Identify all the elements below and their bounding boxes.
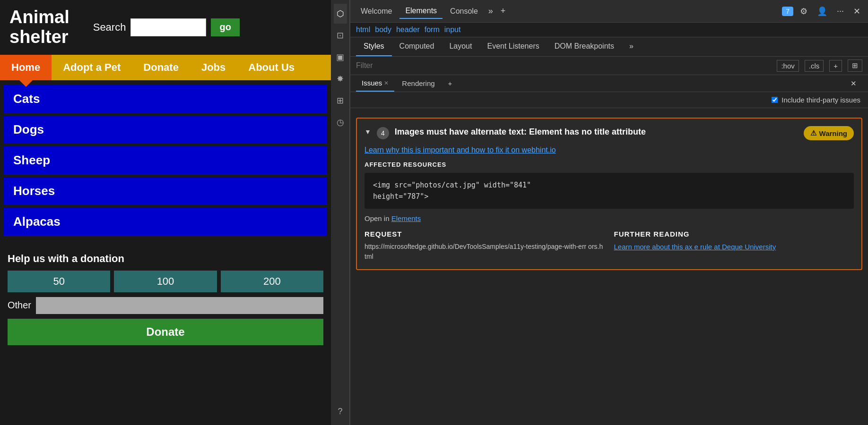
nav-item-about[interactable]: About Us: [237, 55, 306, 80]
bc-input[interactable]: input: [444, 26, 461, 34]
other-input[interactable]: [36, 297, 323, 314]
warning-badge: ⚠ Warning: [804, 126, 854, 140]
hov-button[interactable]: :hov: [777, 60, 799, 72]
code-block: <img src="photos/cat.jpg" width="841" he…: [365, 173, 854, 209]
amount-200[interactable]: 200: [221, 271, 323, 292]
bc-html[interactable]: html: [356, 26, 370, 34]
rendering-label: Rendering: [402, 79, 434, 87]
warning-label: Warning: [819, 129, 847, 137]
shelter-header: Animal shelter Search go: [0, 0, 331, 55]
settings-icon[interactable]: ⚙: [797, 4, 810, 18]
bc-header[interactable]: header: [396, 26, 420, 34]
issue-link[interactable]: Learn why this is important and how to f…: [365, 146, 854, 154]
code-content: <img src="photos/cat.jpg" width="841" he…: [373, 181, 531, 201]
animal-cats[interactable]: Cats: [4, 85, 327, 113]
nav-item-adopt[interactable]: Adopt a Pet: [52, 55, 132, 80]
animal-alpacas[interactable]: Alpacas: [4, 208, 327, 236]
third-party-checkbox[interactable]: [772, 97, 778, 103]
bottom-tabs-bar: Issues ✕ Rendering + ✕: [350, 75, 868, 92]
nav-item-home[interactable]: Home: [0, 55, 52, 80]
amount-100[interactable]: 100: [114, 271, 217, 292]
search-label: Search: [93, 21, 126, 34]
nav-item-jobs[interactable]: Jobs: [190, 55, 237, 80]
issue-title: Images must have alternate text: Element…: [395, 126, 646, 138]
subtab-dom-breakpoints[interactable]: DOM Breakpoints: [547, 37, 622, 56]
subtab-event-listeners[interactable]: Event Listeners: [479, 37, 547, 56]
elements-link[interactable]: Elements: [391, 214, 421, 222]
filter-bar: :hov .cls + ⊞: [350, 57, 868, 75]
request-label: REQUEST: [365, 230, 605, 238]
further-label: FURTHER READING: [614, 230, 854, 238]
issue-card: ▼ 4 Images must have alternate text: Ele…: [356, 118, 862, 270]
further-section: FURTHER READING Learn more about this ax…: [614, 230, 854, 262]
nav-item-donate[interactable]: Donate: [132, 55, 190, 80]
donate-button[interactable]: Donate: [8, 319, 323, 345]
add-style-button[interactable]: +: [829, 60, 842, 72]
bottom-tab-issues[interactable]: Issues ✕: [356, 75, 394, 92]
expand-button[interactable]: ▼: [365, 128, 371, 136]
go-button[interactable]: go: [211, 18, 239, 36]
request-section: REQUEST https://microsoftedge.github.io/…: [365, 230, 605, 262]
donation-section: Help us with a donation 50 100 200 Other…: [0, 245, 331, 353]
notification-badge: 7: [782, 7, 793, 16]
close-bottom-panel-icon[interactable]: ✕: [845, 76, 862, 92]
bc-form[interactable]: form: [425, 26, 440, 34]
sidebar-icons: ⬡ ⊡ ▣ ✸ ⊞ ◷ ?: [331, 0, 350, 425]
further-link[interactable]: Learn more about this ax e rule at Deque…: [614, 243, 776, 251]
animal-horses[interactable]: Horses: [4, 177, 327, 205]
device-icon[interactable]: ▣: [333, 47, 347, 67]
amount-50[interactable]: 50: [8, 271, 110, 292]
devtools-toolbar: Welcome Elements Console » + 7 ⚙ 👤 ··· ✕: [350, 0, 868, 23]
devtools-panel: Welcome Elements Console » + 7 ⚙ 👤 ··· ✕…: [350, 0, 868, 425]
nav-bar: Home Adopt a Pet Donate Jobs About Us: [0, 55, 331, 80]
tab-console[interactable]: Console: [444, 4, 484, 18]
bottom-grid: REQUEST https://microsoftedge.github.io/…: [365, 230, 854, 262]
donation-title: Help us with a donation: [8, 253, 323, 265]
animal-list: Cats Dogs Sheep Horses Alpacas: [0, 80, 331, 240]
animal-sheep[interactable]: Sheep: [4, 146, 327, 174]
third-party-label: Include third-party issues: [781, 96, 860, 104]
tab-elements[interactable]: Elements: [399, 4, 443, 19]
bc-body[interactable]: body: [375, 26, 391, 34]
affected-label: AFFECTED RESOURCES: [365, 161, 854, 168]
subtab-more[interactable]: »: [622, 37, 641, 56]
sub-tabs: Styles Computed Layout Event Listeners D…: [350, 37, 868, 57]
subtab-layout[interactable]: Layout: [442, 37, 479, 56]
include-row: Include third-party issues: [350, 92, 868, 108]
subtab-styles[interactable]: Styles: [356, 37, 392, 56]
donation-amounts: 50 100 200: [8, 271, 323, 292]
issues-close-icon[interactable]: ✕: [384, 80, 389, 86]
cls-button[interactable]: .cls: [805, 60, 824, 72]
search-input[interactable]: [130, 18, 206, 36]
cursor-icon[interactable]: ⬡: [334, 4, 347, 24]
bottom-tab-rendering[interactable]: Rendering: [396, 76, 440, 91]
performance-icon[interactable]: ⊞: [334, 91, 347, 110]
other-label: Other: [8, 300, 31, 311]
new-rule-icon[interactable]: ⊞: [848, 60, 862, 72]
bug-icon[interactable]: ✸: [334, 69, 347, 89]
close-devtools-icon[interactable]: ✕: [851, 4, 863, 18]
subtab-computed[interactable]: Computed: [392, 37, 442, 56]
more-tabs-icon[interactable]: »: [486, 4, 496, 18]
issues-content: ▼ 4 Images must have alternate text: Ele…: [350, 108, 868, 425]
inspect-icon[interactable]: ⊡: [334, 26, 347, 45]
filter-input[interactable]: [356, 61, 771, 70]
open-in-text: Open in: [365, 214, 390, 222]
tab-welcome[interactable]: Welcome: [355, 4, 398, 18]
issue-header: ▼ 4 Images must have alternate text: Ele…: [365, 126, 854, 140]
shelter-title: Animal shelter: [9, 8, 69, 47]
more-options-icon[interactable]: ···: [834, 4, 847, 18]
add-tab-icon[interactable]: +: [498, 4, 509, 18]
open-in-elements: Open in Elements: [365, 214, 854, 222]
animal-dogs[interactable]: Dogs: [4, 116, 327, 144]
add-bottom-tab[interactable]: +: [443, 76, 458, 91]
breadcrumb-bar: html body header form input: [350, 23, 868, 37]
user-icon[interactable]: 👤: [814, 4, 830, 18]
request-url: https://microsoftedge.github.io/DevTools…: [365, 242, 605, 262]
issues-label: Issues: [362, 79, 382, 87]
timer-icon[interactable]: ◷: [334, 112, 347, 132]
other-row: Other: [8, 297, 323, 314]
help-icon[interactable]: ?: [335, 402, 345, 421]
search-area: Search go: [93, 18, 240, 36]
issue-count: 4: [377, 127, 389, 139]
